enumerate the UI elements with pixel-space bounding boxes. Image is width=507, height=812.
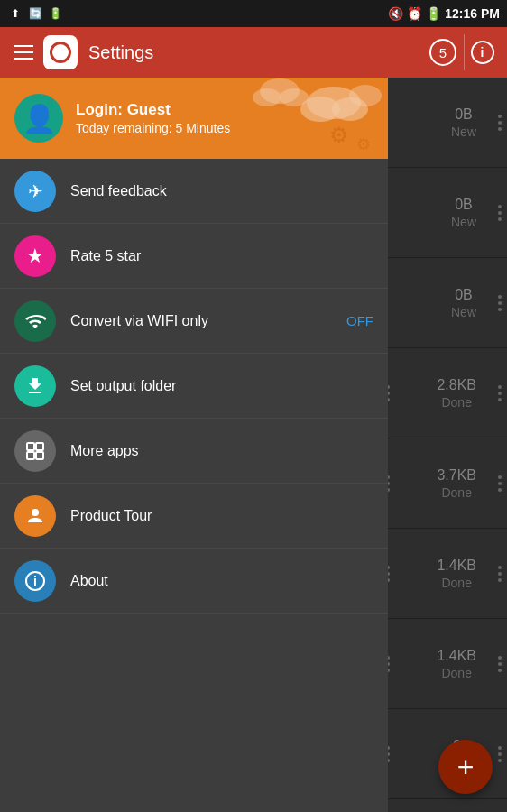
login-name: Login: Guest [76, 101, 230, 119]
alarm-icon: ⏰ [407, 6, 422, 21]
product-tour-icon [14, 495, 56, 537]
svg-point-3 [349, 85, 382, 106]
more-apps-icon [14, 430, 56, 472]
svg-point-5 [253, 88, 281, 106]
about-label: About [70, 573, 373, 589]
hamburger-line-3 [14, 58, 33, 60]
output-folder-icon [14, 365, 56, 407]
svg-text:i: i [33, 574, 37, 588]
wifi-icon [14, 300, 56, 342]
app-bar: Settings 5 i [0, 27, 507, 78]
navigation-drawer: ⚙ ⚙ 👤 Login: Guest Today remaining: 5 Mi… [0, 78, 388, 812]
login-info: Login: Guest Today remaining: 5 Minutes [76, 101, 230, 135]
more-apps-label: More apps [70, 443, 373, 459]
battery-icon: 🔋 [426, 6, 441, 21]
product-tour-label: Product Tour [70, 508, 373, 524]
login-banner[interactable]: ⚙ ⚙ 👤 Login: Guest Today remaining: 5 Mi… [0, 78, 388, 159]
login-remaining: Today remaining: 5 Minutes [76, 121, 230, 135]
rate-star-label: Rate 5 star [70, 248, 373, 264]
page-title: Settings [88, 42, 429, 63]
drawer-overlay [381, 78, 507, 812]
send-feedback-icon: ✈ [14, 171, 56, 212]
menu-item-product-tour[interactable]: Product Tour [0, 484, 388, 549]
menu-item-more-apps[interactable]: More apps [0, 419, 388, 484]
app-logo [43, 35, 78, 69]
svg-rect-12 [36, 452, 43, 459]
svg-rect-11 [27, 452, 34, 459]
mute-icon: 🔇 [388, 6, 403, 21]
fab-plus-icon: + [457, 752, 475, 781]
fab-button[interactable]: + [438, 740, 493, 794]
status-bar: ⬆ 🔄 🔋 🔇 ⏰ 🔋 12:16 PM [0, 0, 507, 27]
usb-icon: ⬆ [7, 7, 23, 20]
menu-item-about[interactable]: i About [0, 549, 388, 614]
app-logo-inner [50, 42, 71, 63]
info-button[interactable]: i [464, 34, 500, 70]
menu-item-wifi-only[interactable]: Convert via WIFI only OFF [0, 289, 388, 354]
status-left-icons: ⬆ 🔄 🔋 [7, 7, 63, 20]
person-icon: 👤 [23, 103, 56, 134]
hamburger-line-2 [14, 51, 33, 53]
rate-star-icon: ★ [14, 235, 56, 277]
main-container: 0B New 0B New 0B New [0, 78, 507, 812]
notification-badge: 5 [429, 39, 456, 66]
battery-charging-icon: 🔋 [47, 7, 63, 20]
hamburger-button[interactable] [7, 36, 40, 69]
info-icon: i [471, 41, 494, 64]
sync-icon: 🔄 [27, 7, 43, 20]
send-feedback-label: Send feedback [70, 183, 373, 199]
svg-rect-10 [36, 443, 43, 450]
svg-rect-9 [27, 443, 34, 450]
status-right-icons: 🔇 ⏰ 🔋 12:16 PM [388, 6, 500, 21]
output-folder-label: Set output folder [70, 378, 373, 394]
wifi-only-label: Convert via WIFI only [70, 313, 346, 329]
hamburger-line-1 [14, 45, 33, 47]
wifi-only-value: OFF [346, 313, 373, 328]
about-icon: i [14, 560, 56, 602]
menu-item-output-folder[interactable]: Set output folder [0, 354, 388, 419]
time-display: 12:16 PM [445, 6, 500, 21]
menu-item-send-feedback[interactable]: ✈ Send feedback [0, 159, 388, 224]
avatar: 👤 [14, 94, 63, 143]
svg-point-13 [32, 509, 39, 516]
svg-text:⚙: ⚙ [329, 123, 349, 147]
svg-text:⚙: ⚙ [356, 135, 371, 153]
svg-point-6 [280, 88, 309, 106]
menu-item-rate-star[interactable]: ★ Rate 5 star [0, 224, 388, 289]
